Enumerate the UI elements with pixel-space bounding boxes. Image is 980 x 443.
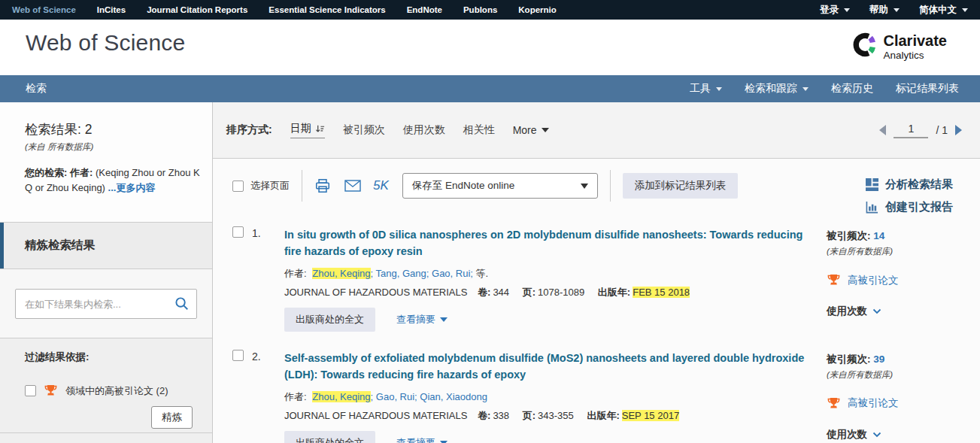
product-jcr[interactable]: Journal Citation Reports: [147, 5, 247, 14]
result-title-link[interactable]: In situ growth of 0D silica nanospheres …: [284, 226, 811, 260]
filter-section: 过滤结果依据: 领域中的高被引论文 (2) 精炼: [0, 338, 212, 433]
product-endnote[interactable]: EndNote: [407, 5, 442, 14]
times-cited-source: (来自所有数据库): [827, 246, 974, 257]
pagination: / 1: [879, 123, 962, 138]
product-kopernio[interactable]: Kopernio: [518, 5, 556, 14]
usage-count-toggle[interactable]: 使用次数: [827, 305, 974, 318]
nav-search[interactable]: 检索: [26, 82, 47, 96]
results-summary: 检索结果: 2 (来自 所有数据库) 您的检索: 作者: (Keqing Zho…: [0, 102, 212, 223]
page-number-input[interactable]: [894, 123, 928, 138]
view-abstract-link[interactable]: 查看摘要: [396, 436, 448, 443]
sort-label: 排序方式:: [226, 123, 272, 137]
product-links: Web of Science InCites Journal Citation …: [12, 5, 557, 14]
nav-searches-alerts-label: 检索和跟踪: [745, 82, 797, 96]
nav-marked-list[interactable]: 标记结果列表: [896, 82, 959, 96]
result-checkbox[interactable]: [232, 226, 244, 238]
refine-search-input[interactable]: [15, 289, 197, 319]
search-icon[interactable]: [174, 296, 189, 314]
result-title-link[interactable]: Self-assembly of exfoliated molybdenum d…: [284, 350, 811, 384]
highly-cited-label: 高被引论文: [848, 274, 899, 287]
full-text-button[interactable]: 出版商处的全文: [284, 431, 375, 443]
search-field-label: 作者:: [70, 167, 93, 178]
more-link[interactable]: ...更多内容: [108, 182, 156, 193]
refine-results-header: 精炼检索结果: [0, 223, 212, 269]
filter-highly-cited-checkbox[interactable]: [25, 385, 36, 396]
nav-tools[interactable]: 工具: [690, 82, 722, 96]
authors-label: 作者:: [284, 268, 307, 279]
analysis-links: 分析检索结果 创建引文报告: [866, 178, 953, 214]
nav-search-history[interactable]: 检索历史: [831, 82, 873, 96]
main-nav: 检索 工具 检索和跟踪 检索历史 标记结果列表: [0, 75, 980, 102]
times-cited-value[interactable]: 39: [873, 353, 884, 365]
logo-name: Clarivate: [884, 33, 948, 48]
email-icon[interactable]: [344, 180, 361, 192]
page-title: Web of Science: [26, 30, 185, 56]
author-link-highlighted[interactable]: Zhou, Keqing: [312, 391, 370, 402]
product-esi[interactable]: Essential Science Indicators: [269, 5, 385, 14]
caret-down-icon: [962, 8, 968, 12]
results-source: (来自 所有数据库): [25, 141, 200, 153]
journal-name: JOURNAL OF HAZARDOUS MATERIALS: [284, 410, 467, 421]
toolbar-divider: [610, 170, 611, 202]
author-links[interactable]: ; Tang, Gang; Gao, Rui;: [371, 268, 473, 279]
journal-name: JOURNAL OF HAZARDOUS MATERIALS: [284, 287, 467, 298]
your-search-label: 您的检索:: [25, 167, 67, 178]
caret-down-icon: [844, 8, 850, 12]
highly-cited-badge[interactable]: 高被引论文: [827, 396, 974, 411]
result-checkbox[interactable]: [232, 350, 244, 361]
five-k-link[interactable]: 5K: [373, 178, 389, 193]
save-to-endnote-value: 保存至 EndNote online: [412, 179, 515, 193]
highly-cited-badge[interactable]: 高被引论文: [827, 273, 974, 287]
view-abstract-link[interactable]: 查看摘要: [396, 313, 448, 326]
logo-text: Clarivate Analytics: [884, 31, 948, 61]
account-menu: 登录 帮助 简体中文: [820, 4, 968, 17]
usage-count-label: 使用次数: [827, 428, 867, 441]
help-label: 帮助: [869, 4, 888, 17]
sign-in-menu[interactable]: 登录: [820, 4, 850, 17]
sort-bar: 排序方式: 日期 被引频次 使用次数 相关性 More: [213, 102, 980, 159]
citation-report-link[interactable]: 创建引文报告: [866, 200, 953, 214]
printer-icon[interactable]: [314, 178, 331, 194]
volume-value: 338: [493, 410, 509, 421]
results-main: 排序方式: 日期 被引频次 使用次数 相关性 More: [213, 102, 980, 443]
prev-page-icon[interactable]: [879, 125, 886, 135]
add-to-marked-list-button[interactable]: 添加到标记结果列表: [623, 173, 739, 199]
toolbar-divider: [302, 170, 302, 202]
sign-in-label: 登录: [820, 4, 839, 17]
result-actions: 出版商处的全文 查看摘要: [284, 308, 818, 332]
times-cited-label: 被引频次:: [827, 353, 871, 365]
help-menu[interactable]: 帮助: [869, 4, 900, 17]
nav-searches-alerts[interactable]: 检索和跟踪: [745, 82, 809, 96]
refine-button[interactable]: 精炼: [151, 406, 193, 429]
volume-label: 卷:: [478, 410, 490, 421]
sort-more-menu[interactable]: More: [513, 124, 549, 136]
sort-by-relevance[interactable]: 相关性: [463, 123, 495, 137]
analyze-results-link[interactable]: 分析检索结果: [866, 178, 953, 192]
usage-count-toggle[interactable]: 使用次数: [827, 428, 974, 441]
save-to-endnote-select[interactable]: 保存至 EndNote online: [402, 173, 598, 199]
content-area: 检索结果: 2 (来自 所有数据库) 您的检索: 作者: (Keqing Zho…: [0, 102, 980, 443]
product-publons[interactable]: Publons: [463, 5, 497, 14]
product-web-of-science[interactable]: Web of Science: [12, 5, 76, 14]
author-link-highlighted[interactable]: Zhou, Keqing: [312, 268, 370, 279]
full-text-button[interactable]: 出版商处的全文: [284, 308, 375, 332]
highly-cited-label: 高被引论文: [848, 396, 899, 410]
sort-desc-icon: [315, 124, 325, 134]
product-incites[interactable]: InCites: [97, 5, 126, 14]
times-cited-label: 被引频次:: [827, 230, 871, 241]
author-links[interactable]: ; Gao, Rui; Qian, Xiaodong: [371, 391, 487, 402]
sort-by-date[interactable]: 日期: [290, 122, 325, 138]
language-menu[interactable]: 简体中文: [919, 4, 968, 17]
sort-by-times-cited[interactable]: 被引频次: [343, 123, 385, 137]
next-page-icon[interactable]: [955, 125, 962, 135]
sort-by-usage-count[interactable]: 使用次数: [403, 123, 445, 137]
select-page-checkbox[interactable]: [232, 181, 244, 192]
sort-by-date-label: 日期: [290, 122, 311, 135]
sort-more-label: More: [513, 124, 537, 136]
select-page-label: 选择页面: [250, 179, 290, 193]
trophy-icon: [44, 384, 58, 398]
results-count: 检索结果: 2: [25, 120, 200, 138]
citation-column: 被引频次: 39 (来自所有数据库) 高被引论文 使用次数: [827, 353, 974, 441]
times-cited-value[interactable]: 14: [873, 230, 884, 241]
result-number: 2.: [252, 350, 269, 363]
